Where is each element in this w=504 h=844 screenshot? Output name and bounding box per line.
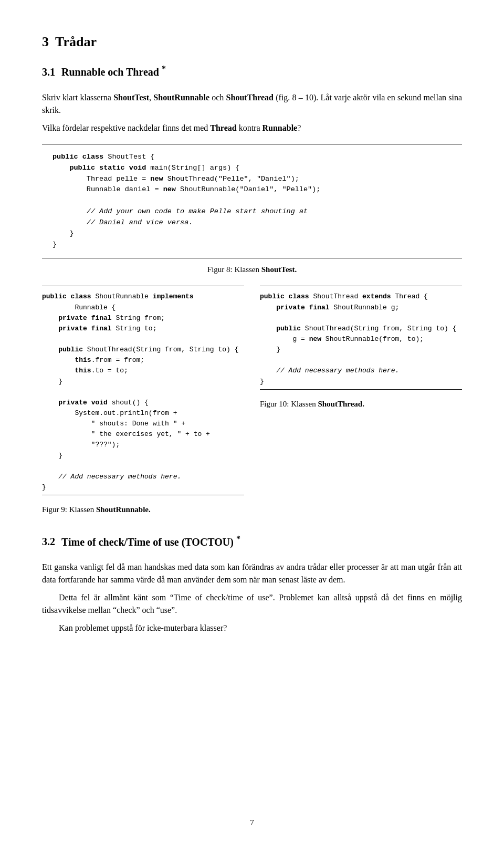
page-number: 7 bbox=[42, 817, 462, 829]
fig8-caption: Figur 8: Klassen ShoutTest. bbox=[42, 264, 462, 276]
section-2-asterisk: * bbox=[236, 534, 240, 543]
toctou-para2: Detta fel är allmänt känt som “Time of c… bbox=[42, 591, 462, 617]
section-1-asterisk: * bbox=[162, 64, 166, 73]
page: 3 Trådar 3.1 Runnable och Thread * Skriv… bbox=[0, 0, 504, 844]
section-2-heading: 3.2 Time of check/Time of use (TOCTOU) * bbox=[42, 533, 462, 555]
toctou-para3: Kan problemet uppstå för icke-muterbara … bbox=[42, 622, 462, 634]
section-2-title: Time of check/Time of use (TOCTOU) * bbox=[61, 533, 240, 550]
code-shouttest: public class ShoutTest { public static v… bbox=[42, 144, 462, 258]
thread-question: Vilka fördelar respektive nackdelar finn… bbox=[42, 122, 462, 134]
col-left-code: public class ShoutRunnable implements Ru… bbox=[42, 291, 244, 493]
section-1-num: 3.1 bbox=[42, 64, 55, 80]
intro-text: Skriv klart klasserna ShoutTest, ShoutRu… bbox=[42, 91, 462, 117]
two-column-figures: public class ShoutRunnable implements Ru… bbox=[42, 286, 462, 515]
col-left: public class ShoutRunnable implements Ru… bbox=[42, 286, 244, 515]
section-1-heading: 3.1 Runnable och Thread * bbox=[42, 62, 462, 85]
chapter-title: Trådar bbox=[55, 32, 97, 52]
chapter-heading: 3 Trådar bbox=[42, 32, 462, 56]
col-right-divider bbox=[260, 389, 462, 390]
col-left-divider bbox=[42, 495, 244, 495]
chapter-num: 3 bbox=[42, 32, 49, 52]
section-2: 3.2 Time of check/Time of use (TOCTOU) *… bbox=[42, 533, 462, 635]
col-right: public class ShoutThread extends Thread … bbox=[260, 286, 462, 410]
col-right-code: public class ShoutThread extends Thread … bbox=[260, 291, 462, 387]
section-2-num: 3.2 bbox=[42, 534, 55, 549]
toctou-para1: Ett ganska vanligt fel då man handskas m… bbox=[42, 561, 462, 586]
section-1-title: Runnable och Thread * bbox=[61, 62, 166, 80]
fig10-caption: Figur 10: Klassen ShoutThread. bbox=[260, 398, 462, 410]
fig9-caption: Figur 9: Klassen ShoutRunnable. bbox=[42, 504, 244, 516]
